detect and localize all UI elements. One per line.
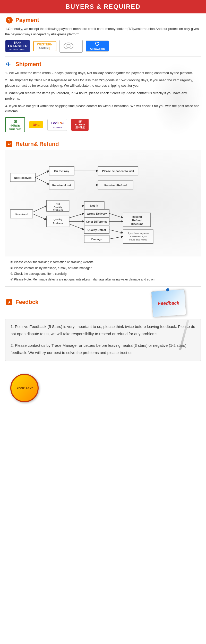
svg-line-47 xyxy=(109,213,123,218)
flowchart-container: Not Received On the Way Please be patien… xyxy=(5,150,201,256)
divider-2 xyxy=(5,136,201,136)
feedback-section: ★ Feedbck Feedback 1. Positive Feedback … xyxy=(0,288,206,407)
sf-express-logo: SF EXPRESS 顺丰速运 xyxy=(71,119,89,131)
western-union-logo: WESTERNUNION|| xyxy=(33,41,56,51)
moneybookers-logo xyxy=(59,40,83,53)
svg-text:Refund: Refund xyxy=(132,219,142,222)
svg-text:Discount: Discount xyxy=(131,222,143,226)
svg-text:Received/Refund: Received/Refund xyxy=(104,184,127,187)
payment-logos: BANKTRANSFERINTERNATIONAL WESTERNUNION||… xyxy=(5,40,201,53)
payment-section: $ Payment 1.Generally, we accept the fol… xyxy=(0,13,206,55)
return-note-2: ② Please contact us by meesage, e-mail, … xyxy=(10,265,196,271)
fedex-logo: FedEx® Express xyxy=(47,119,67,131)
return-refund-section: ↩ Return& Refund Not Received On the Way… xyxy=(0,137,206,285)
return-icon: ↩ xyxy=(5,140,13,148)
svg-text:Not Received: Not Received xyxy=(14,176,32,179)
page-header: BUYERS & REQUIRED xyxy=(0,0,206,13)
return-note-4: ④ Please Note: Men made defects are not … xyxy=(10,277,196,282)
return-note-1: ① Please check the tracking in formation… xyxy=(10,260,196,265)
alipay-logo: 🛡 Alipay.com xyxy=(86,41,109,52)
svg-line-54 xyxy=(109,237,123,239)
svg-text:Received: Received xyxy=(15,213,28,216)
divider-3 xyxy=(5,286,201,287)
divider-1 xyxy=(5,56,201,57)
feedback-content: 1. Positive Feedback (5 Stars) is very i… xyxy=(5,319,201,361)
feedback-point1: 1. Positive Feedback (5 Stars) is very i… xyxy=(11,323,195,338)
dhl-logo: DHL xyxy=(29,121,43,128)
svg-line-36 xyxy=(69,213,84,218)
feedback-icon: ★ xyxy=(5,298,13,306)
svg-text:↩: ↩ xyxy=(8,142,11,146)
svg-text:could also tell us: could also tell us xyxy=(129,238,147,241)
feedback-title: ★ Feedbck xyxy=(5,298,38,306)
svg-text:Resend: Resend xyxy=(132,215,142,219)
plane-icon: ✈ xyxy=(5,60,13,68)
pushpin-icon xyxy=(165,288,170,293)
svg-text:Color Difference: Color Difference xyxy=(86,220,107,223)
svg-line-53 xyxy=(109,230,123,233)
svg-text:Quality: Quality xyxy=(54,206,62,208)
bank-transfer-logo: BANKTRANSFERINTERNATIONAL xyxy=(5,40,30,52)
svg-text:Quality Defect: Quality Defect xyxy=(88,228,106,231)
svg-line-10 xyxy=(35,171,49,178)
return-note-3: ③ Check the package and Item, carefully. xyxy=(10,271,196,276)
svg-point-61 xyxy=(166,288,169,291)
feedback-card: Feedback xyxy=(151,289,186,317)
shipment-section: ✈ Shipment 1. We will sent the items wit… xyxy=(0,58,206,135)
svg-line-24 xyxy=(33,206,47,212)
svg-text:Quality: Quality xyxy=(54,218,62,221)
shipment-body: 1. We will sent the items within 2-5days… xyxy=(5,70,201,114)
svg-text:Please be patient to wait: Please be patient to wait xyxy=(102,170,134,173)
money-icon: $ xyxy=(5,16,13,24)
return-notes: ① Please check the tracking in formation… xyxy=(5,260,201,282)
svg-line-16 xyxy=(35,178,49,184)
svg-text:✈: ✈ xyxy=(6,61,11,68)
svg-text:Not fit: Not fit xyxy=(90,204,98,207)
flowchart-svg: Not Received On the Way Please be patien… xyxy=(8,154,198,252)
payment-title: $ Payment xyxy=(5,16,201,24)
svg-text:Received/Lost: Received/Lost xyxy=(52,184,71,187)
feedback-card-label: Feedback xyxy=(158,300,179,306)
svg-line-42 xyxy=(69,224,84,230)
payment-body: 1.Generally, we accept the following pay… xyxy=(5,26,201,37)
svg-point-3 xyxy=(66,44,71,47)
china-post-logo: ✉ 中国邮政 CHINA POST xyxy=(5,117,25,132)
svg-text:Damage: Damage xyxy=(91,238,102,241)
svg-line-32 xyxy=(33,214,47,220)
gold-badge: Your Text xyxy=(10,374,39,402)
svg-text:Problem: Problem xyxy=(53,208,63,211)
svg-text:If you have any else: If you have any else xyxy=(127,232,149,235)
svg-text:Wrong Delivery: Wrong Delivery xyxy=(87,212,107,215)
badge-text: Your Text xyxy=(16,386,33,390)
return-title: ↩ Return& Refund xyxy=(5,140,201,148)
svg-text:★: ★ xyxy=(8,300,11,304)
svg-text:On the Way: On the Way xyxy=(54,170,69,173)
svg-text:Not: Not xyxy=(56,203,60,205)
svg-text:Problem: Problem xyxy=(53,222,63,224)
svg-text:$: $ xyxy=(8,18,10,22)
feedback-point2: 2. Please contact us by Trade Manager or… xyxy=(11,342,195,357)
svg-point-2 xyxy=(64,43,73,49)
svg-text:requirements you: requirements you xyxy=(129,235,147,238)
